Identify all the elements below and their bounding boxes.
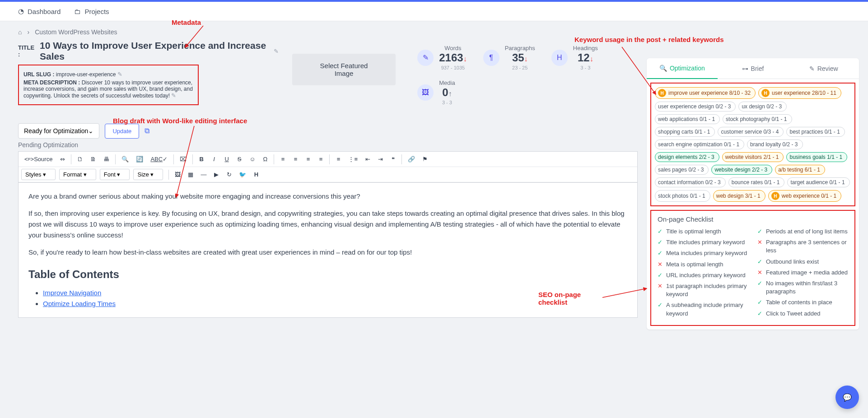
align-center-button[interactable]: ≡ [289,153,301,165]
refresh-button[interactable]: ↻ [223,169,235,180]
breadcrumb-sep: › [27,28,29,36]
keyword-pill[interactable]: stock photography 0/1 - 1 [723,114,792,124]
keyword-pill[interactable]: website visitors 2/1 - 1 [722,152,784,162]
print-button[interactable]: 🖶 [100,153,112,165]
link-button[interactable]: 🔗 [405,153,418,165]
tab-optimization[interactable]: 🔍Optimization [647,58,718,79]
strike-button[interactable]: S [233,153,245,165]
underline-button[interactable]: U [221,153,233,165]
keyword-pill[interactable]: contact information 0/2 - 3 [655,177,726,187]
keyword-text: sales pages 0/2 - 3 [658,167,704,173]
new-doc-button[interactable]: 🗋 [74,153,86,165]
status-dropdown[interactable]: Ready for Optimization⌄ [18,123,99,139]
twitter-button[interactable]: 🐦 [236,169,249,180]
keyword-text: search engine optimization 0/1 - 1 [658,141,739,148]
editor-body[interactable]: Are you a brand owner serious about maki… [19,183,637,317]
align-left-button[interactable]: ≡ [277,153,289,165]
keyword-pill[interactable]: Hweb experience 0/1 - 1 [768,190,841,202]
bold-button[interactable]: B [196,153,207,165]
align-justify-button[interactable]: ≡ [315,153,327,165]
edit-slug-icon[interactable]: ✎ [117,71,122,78]
keyword-pill[interactable]: bounce rates 0/1 - 1 [728,177,785,187]
keyword-pill[interactable]: search engine optimization 0/1 - 1 [655,139,744,149]
nav-dashboard[interactable]: ◔ Dashboard [18,7,61,15]
cross-icon: ✕ [757,269,762,277]
keyword-pill[interactable]: shopping carts 0/1 - 1 [655,127,715,137]
home-icon[interactable]: ⌂ [18,28,22,36]
heading-button[interactable]: H [250,169,262,180]
toc-link[interactable]: Optimize Loading Times [43,300,116,307]
format-label: Format [63,171,82,178]
keyword-pill[interactable]: customer service 0/3 - 4 [718,127,784,137]
popout-icon[interactable]: ⧉ [145,127,149,135]
expand-button[interactable]: ⇔ [56,153,68,165]
flag-button[interactable]: ⚑ [419,153,431,165]
bullet-list-button[interactable]: ⋮≡ [345,153,361,165]
numbered-list-button[interactable]: ≡ [332,153,344,165]
remove-format-button[interactable]: ⌧ [177,153,190,165]
featured-image-button[interactable]: Select Featured Image [292,54,396,85]
styles-dropdown[interactable]: Styles ▾ [21,169,56,180]
blockquote-button[interactable]: ❝ [387,153,399,165]
keyword-pill[interactable]: best practices 0/1 - 1 [786,127,845,137]
indent-button[interactable]: ⇥ [374,153,386,165]
arrow-up-icon: ↑ [448,90,452,98]
nav-projects[interactable]: 🗀 Projects [74,8,109,15]
edit-title-icon[interactable]: ✎ [274,48,279,55]
keyword-text: stock photos 0/1 - 1 [658,193,705,199]
toc-link[interactable]: Improve Navigation [43,289,101,297]
edit-desc-icon[interactable]: ✎ [171,92,176,99]
keyword-pill[interactable]: design elements 2/2 - 3 [655,152,719,162]
keyword-pill[interactable]: user experience design 0/2 - 3 [655,102,736,111]
keyword-pill[interactable]: Himprove user experience 8/10 - 32 [655,87,756,99]
cross-icon: ✕ [757,238,762,246]
keyword-pill[interactable]: web design 3/1 - 1 [713,190,765,202]
separator [168,170,169,180]
keyword-pill[interactable]: Huser experience 28/10 - 11 [758,87,841,99]
nav-dashboard-label: Dashboard [28,8,61,15]
size-dropdown[interactable]: Size ▾ [133,169,163,180]
keyword-pill[interactable]: a/b testing 6/1 - 1 [775,165,825,175]
tab-brief[interactable]: ⊶Brief [718,58,789,79]
emoji-button[interactable]: ☺ [246,153,258,165]
find-button[interactable]: 🔍 [118,153,132,165]
tab-review[interactable]: ✎Review [788,58,859,79]
keyword-pill[interactable]: ux design 0/2 - 3 [738,102,787,111]
keyword-h-badge: H [761,89,770,97]
format-dropdown[interactable]: Format ▾ [59,169,96,180]
keyword-pill[interactable]: business goals 1/1 - 1 [786,152,847,162]
keyword-text: stock photography 0/1 - 1 [726,116,787,122]
keyword-pill[interactable]: brand loyalty 0/2 - 3 [747,139,803,149]
keyword-pill[interactable]: website design 2/2 - 3 [711,165,772,175]
breadcrumb-project[interactable]: Custom WordPress Websites [35,28,117,36]
insert-table-button[interactable]: ▦ [185,169,196,180]
stat-words: ✎ Words 2163↓ 937 - 1035 [409,40,475,75]
stat-paragraphs-title: Paragraphs [505,45,535,51]
checklist-text: Table of contents in place [766,298,832,307]
font-dropdown[interactable]: Font ▾ [100,169,130,180]
spellcheck-button[interactable]: ABC✓ [147,153,171,165]
align-right-button[interactable]: ≡ [302,153,314,165]
check-icon: ✓ [658,301,663,309]
keyword-pill[interactable]: web applications 0/1 - 1 [655,114,720,124]
tab-review-label: Review [817,65,838,72]
keyword-pill[interactable]: target audience 0/1 - 1 [787,177,849,187]
tab-brief-label: Brief [751,65,764,72]
special-char-button[interactable]: Ω [259,153,271,165]
desc-label: META DESCRIPTION : [23,79,80,86]
checklist-text: No images within first/last 3 paragraphs [766,279,848,296]
update-button[interactable]: Update [105,124,139,139]
keyword-text: brand loyalty 0/2 - 3 [750,141,798,148]
italic-button[interactable]: I [208,153,220,165]
outdent-button[interactable]: ⇤ [362,153,373,165]
check-icon: ✓ [757,279,762,288]
stat-paragraphs-range: 23 - 25 [505,65,535,70]
source-button[interactable]: <P> Source [21,153,56,165]
insert-image-button[interactable]: 🖼 [172,169,184,180]
insert-hr-button[interactable]: — [197,169,210,180]
insert-video-button[interactable]: ▶ [210,169,222,180]
save-button[interactable]: 🗎 [87,153,99,165]
keyword-pill[interactable]: sales pages 0/2 - 3 [655,165,709,175]
keyword-pill[interactable]: stock photos 0/1 - 1 [655,190,710,202]
replace-button[interactable]: 🔄 [133,153,146,165]
